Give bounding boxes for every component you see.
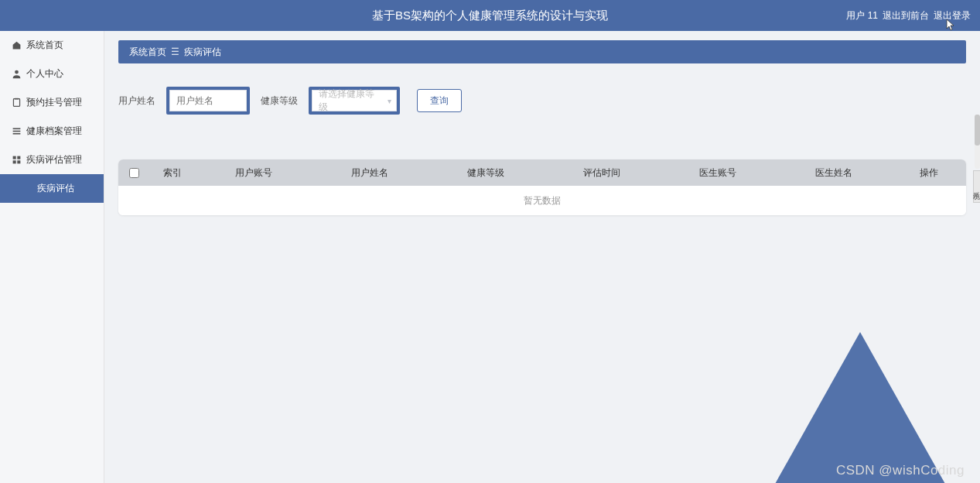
select-all-cell [118, 168, 149, 178]
sidebar-item-disease-eval[interactable]: 疾病评估管理 [0, 146, 104, 174]
empty-state: 暂无数据 [118, 186, 966, 215]
sidebar-item-appointment[interactable]: 预约挂号管理 [0, 88, 104, 117]
svg-rect-4 [12, 131, 20, 132]
side-tab[interactable]: 系统 [973, 170, 980, 203]
username-input-wrap [166, 87, 250, 115]
data-table: 索引 用户账号 用户姓名 健康等级 评估时间 医生账号 医生姓名 操作 暂无数据 [118, 159, 966, 215]
col-index: 索引 [149, 166, 196, 180]
current-user[interactable]: 用户 11 [846, 9, 878, 22]
col-eval-time: 评估时间 [544, 166, 660, 180]
list-icon [11, 126, 22, 137]
sidebar: 系统首页 个人中心 预约挂号管理 健康档案管理 疾病评估管理 [0, 31, 104, 483]
logout-link[interactable]: 退出登录 [934, 9, 971, 22]
svg-rect-8 [12, 160, 15, 163]
sidebar-item-label: 系统首页 [26, 39, 63, 52]
main-content: 系统首页 ☰ 疾病评估 用户姓名 健康等级 请选择健康等级 ▾ 查询 [104, 31, 980, 483]
decorative-triangle [771, 332, 949, 483]
exit-front-link[interactable]: 退出到前台 [883, 9, 929, 22]
svg-rect-7 [17, 156, 20, 159]
col-user-account: 用户账号 [196, 166, 312, 180]
person-icon [11, 69, 22, 80]
app-header: 基于BS架构的个人健康管理系统的设计与实现 用户 11 退出到前台 退出登录 [0, 0, 980, 31]
svg-rect-9 [17, 160, 20, 163]
svg-rect-6 [12, 156, 15, 159]
breadcrumb: 系统首页 ☰ 疾病评估 [118, 40, 966, 63]
col-doctor-account: 医生账号 [660, 166, 776, 180]
grid-icon [11, 155, 22, 166]
breadcrumb-current: 疾病评估 [184, 46, 221, 59]
sidebar-item-health-record[interactable]: 健康档案管理 [0, 117, 104, 146]
header-right: 用户 11 退出到前台 退出登录 [846, 0, 971, 31]
breadcrumb-separator-icon: ☰ [171, 46, 179, 57]
home-icon [11, 40, 22, 51]
health-level-label: 健康等级 [261, 94, 298, 108]
sidebar-item-label: 疾病评估管理 [26, 153, 82, 166]
sidebar-item-label: 健康档案管理 [26, 125, 82, 138]
username-label: 用户姓名 [118, 94, 155, 108]
breadcrumb-root[interactable]: 系统首页 [129, 46, 166, 59]
scrollbar-thumb[interactable] [975, 115, 980, 146]
health-level-select[interactable]: 请选择健康等级 ▾ [312, 90, 397, 111]
col-health-level: 健康等级 [428, 166, 544, 180]
svg-rect-2 [15, 98, 19, 100]
watermark: CSDN @wishCoding [836, 463, 965, 478]
sidebar-item-label: 预约挂号管理 [26, 96, 82, 109]
select-all-checkbox[interactable] [129, 168, 139, 178]
sidebar-subitem-disease-eval[interactable]: 疾病评估 [0, 174, 104, 203]
sidebar-item-label: 疾病评估 [37, 182, 74, 195]
svg-rect-5 [12, 133, 20, 135]
col-user-name: 用户姓名 [312, 166, 428, 180]
clipboard-icon [11, 98, 22, 108]
username-input[interactable] [169, 90, 247, 111]
sidebar-item-label: 个人中心 [26, 67, 63, 80]
scrollbar-track[interactable] [975, 115, 980, 169]
col-doctor-name: 医生姓名 [776, 166, 892, 180]
select-placeholder: 请选择健康等级 [319, 87, 379, 114]
svg-point-0 [15, 70, 19, 74]
chevron-down-icon: ▾ [388, 97, 391, 105]
table-header: 索引 用户账号 用户姓名 健康等级 评估时间 医生账号 医生姓名 操作 [118, 159, 966, 186]
app-title: 基于BS架构的个人健康管理系统的设计与实现 [372, 9, 608, 23]
sidebar-item-profile[interactable]: 个人中心 [0, 60, 104, 88]
svg-rect-1 [13, 99, 19, 107]
col-operation: 操作 [892, 166, 966, 180]
search-button[interactable]: 查询 [417, 89, 462, 112]
search-bar: 用户姓名 健康等级 请选择健康等级 ▾ 查询 [118, 87, 966, 115]
sidebar-item-home[interactable]: 系统首页 [0, 31, 104, 60]
health-level-select-wrap: 请选择健康等级 ▾ [309, 87, 400, 115]
svg-rect-3 [12, 128, 20, 129]
